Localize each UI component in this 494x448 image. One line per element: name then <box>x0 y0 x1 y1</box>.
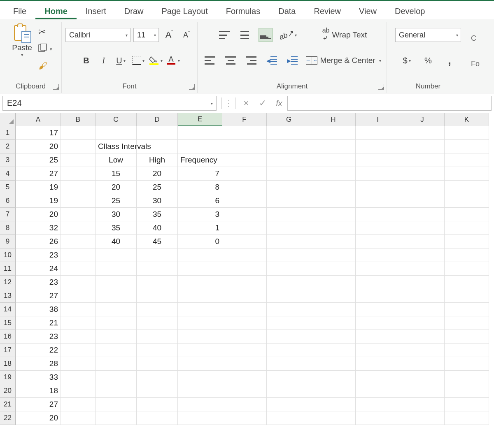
cell[interactable]: 35 <box>96 221 137 235</box>
cell[interactable] <box>445 208 489 221</box>
cell[interactable] <box>222 411 267 425</box>
cell[interactable] <box>445 303 489 316</box>
cell[interactable] <box>356 303 400 316</box>
grow-font-button[interactable]: Aˆ <box>162 28 176 42</box>
cell[interactable] <box>222 330 267 344</box>
font-color-button[interactable]: A ▾ <box>166 53 180 67</box>
cell[interactable] <box>267 398 311 411</box>
cell[interactable] <box>137 126 178 140</box>
cell[interactable] <box>96 357 137 371</box>
cell[interactable]: 20 <box>16 208 61 221</box>
cell[interactable] <box>96 411 137 425</box>
font-size-combo[interactable]: 11 ▾ <box>133 28 159 42</box>
cell[interactable] <box>445 398 489 411</box>
tab-home[interactable]: Home <box>35 4 77 19</box>
cell[interactable] <box>356 235 400 248</box>
cell[interactable] <box>311 194 356 208</box>
tab-developer[interactable]: Develop <box>386 4 434 19</box>
cell[interactable] <box>356 262 400 276</box>
cell[interactable] <box>400 357 445 371</box>
cell[interactable] <box>178 303 222 316</box>
cell[interactable] <box>400 235 445 248</box>
cell[interactable] <box>445 194 489 208</box>
cell[interactable] <box>96 344 137 357</box>
cell[interactable] <box>222 344 267 357</box>
cell[interactable] <box>178 316 222 330</box>
cell[interactable] <box>178 357 222 371</box>
cell[interactable] <box>400 194 445 208</box>
cell[interactable]: 28 <box>16 357 61 371</box>
column-header-I[interactable]: I <box>356 113 400 126</box>
cell[interactable] <box>96 371 137 384</box>
cell[interactable] <box>267 181 311 194</box>
cell[interactable] <box>445 235 489 248</box>
cell[interactable] <box>96 276 137 289</box>
cell[interactable] <box>178 384 222 398</box>
cell[interactable]: Low <box>96 153 137 167</box>
cell[interactable] <box>400 303 445 316</box>
cell[interactable] <box>222 398 267 411</box>
cell[interactable] <box>311 384 356 398</box>
cell[interactable] <box>445 316 489 330</box>
underline-button[interactable]: U▾ <box>114 53 128 67</box>
cell[interactable] <box>61 289 96 303</box>
align-center-button[interactable] <box>224 53 238 67</box>
cell[interactable]: 27 <box>16 398 61 411</box>
cell[interactable] <box>267 221 311 235</box>
cell[interactable] <box>445 167 489 181</box>
cell[interactable] <box>137 316 178 330</box>
align-left-button[interactable] <box>203 53 217 67</box>
cell[interactable] <box>445 181 489 194</box>
merge-center-button[interactable]: →← Merge & Center ▾ <box>306 53 381 67</box>
cell[interactable] <box>311 153 356 167</box>
cell[interactable] <box>267 208 311 221</box>
cell[interactable]: 27 <box>16 289 61 303</box>
cell[interactable] <box>356 330 400 344</box>
cell[interactable]: 20 <box>96 181 137 194</box>
paste-button[interactable]: Paste ▾ <box>9 23 35 73</box>
cell[interactable]: 38 <box>16 303 61 316</box>
tab-page-layout[interactable]: Page Layout <box>153 4 217 19</box>
cut-button[interactable]: ✂ <box>38 25 52 39</box>
cell[interactable]: 23 <box>16 330 61 344</box>
column-header-F[interactable]: F <box>222 113 267 126</box>
cell[interactable]: 33 <box>16 371 61 384</box>
cell[interactable] <box>222 276 267 289</box>
cell[interactable] <box>178 289 222 303</box>
cell[interactable] <box>356 248 400 262</box>
cell[interactable] <box>400 126 445 140</box>
cancel-button[interactable]: × <box>238 98 254 109</box>
cell[interactable] <box>178 330 222 344</box>
cell[interactable] <box>267 153 311 167</box>
cell[interactable] <box>178 248 222 262</box>
cell[interactable]: 25 <box>16 153 61 167</box>
cell[interactable]: 27 <box>16 167 61 181</box>
cell[interactable] <box>267 262 311 276</box>
cell[interactable] <box>311 126 356 140</box>
column-header-K[interactable]: K <box>445 113 489 126</box>
cell[interactable] <box>61 303 96 316</box>
column-header-E[interactable]: E <box>178 113 222 126</box>
cell[interactable] <box>400 221 445 235</box>
cell[interactable]: 1 <box>178 221 222 235</box>
tab-draw[interactable]: Draw <box>115 4 153 19</box>
cell[interactable] <box>356 276 400 289</box>
cell[interactable]: 25 <box>96 194 137 208</box>
shrink-font-button[interactable]: Aˇ <box>179 28 193 42</box>
cell[interactable] <box>61 126 96 140</box>
cell[interactable] <box>61 384 96 398</box>
cell[interactable] <box>311 140 356 153</box>
cell[interactable] <box>445 344 489 357</box>
tab-view[interactable]: View <box>350 4 386 19</box>
number-format-combo[interactable]: General ▾ <box>395 28 461 42</box>
cell[interactable] <box>222 371 267 384</box>
orientation-button[interactable]: ab↗▾ <box>279 28 297 42</box>
cell[interactable] <box>267 126 311 140</box>
enter-button[interactable]: ✓ <box>254 98 271 109</box>
row-header-1[interactable]: 1 <box>0 126 16 140</box>
font-name-combo[interactable]: Calibri ▾ <box>65 28 130 42</box>
cell[interactable] <box>222 384 267 398</box>
cell[interactable] <box>311 303 356 316</box>
cell[interactable] <box>61 153 96 167</box>
cell[interactable] <box>356 181 400 194</box>
